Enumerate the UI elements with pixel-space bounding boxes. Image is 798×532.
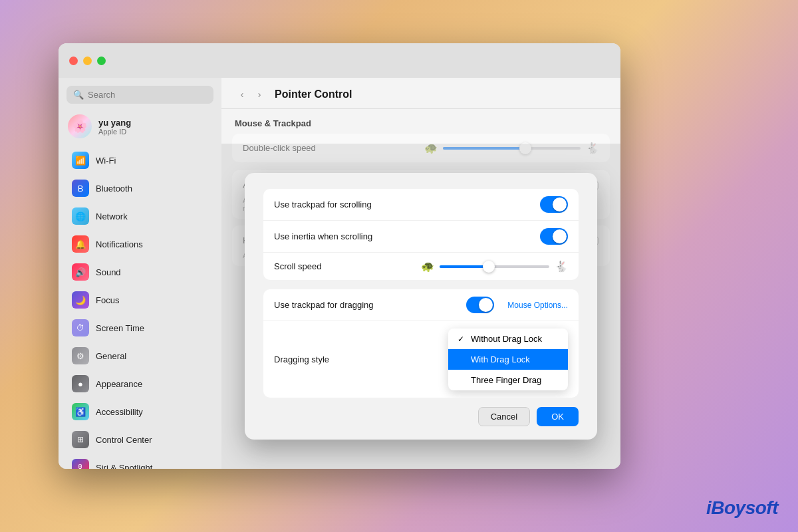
sidebar-item-accessibility[interactable]: ♿ Accessibility <box>63 398 217 425</box>
user-info: yu yang Apple ID <box>98 118 131 136</box>
appearance-icon: ● <box>72 375 89 392</box>
bluetooth-icon: B <box>72 180 89 197</box>
general-icon: ⚙ <box>72 347 89 364</box>
trackpad-dialog: Use trackpad for scrolling Use inertia w… <box>245 173 597 440</box>
controlcenter-icon: ⊞ <box>72 431 89 448</box>
accessibility-icon: ♿ <box>72 403 89 420</box>
sound-icon: 🔊 <box>72 263 89 281</box>
dragging-style-label: Dragging style <box>274 354 448 364</box>
dialog-overlay: Use trackpad for scrolling Use inertia w… <box>221 144 620 469</box>
dropdown-item-without-drag-lock[interactable]: ✓ Without Drag Lock <box>448 329 568 349</box>
close-button[interactable] <box>69 57 78 65</box>
user-name: yu yang <box>98 118 131 128</box>
dragging-style-dropdown[interactable]: ✓ Without Drag Lock With Drag Lock <box>448 329 568 390</box>
sidebar-label-appearance: Appearance <box>96 379 142 389</box>
sidebar-item-notifications[interactable]: 🔔 Notifications <box>63 231 217 257</box>
sidebar-label-general: General <box>96 351 126 361</box>
sidebar-item-appearance[interactable]: ● Appearance <box>63 370 217 397</box>
scroll-slider-thumb[interactable] <box>483 261 495 273</box>
search-icon: 🔍 <box>73 90 84 100</box>
scroll-speed-row: Scroll speed 🐢 🐇 <box>263 253 579 280</box>
ok-button[interactable]: OK <box>537 407 579 426</box>
sidebar-label-sound: Sound <box>96 267 121 277</box>
title-bar <box>59 43 620 78</box>
sidebar-item-siri[interactable]: 🎙 Siri & Spotlight <box>63 454 217 469</box>
mouse-options-button[interactable]: Mouse Options... <box>507 301 568 310</box>
system-preferences-window: 🔍 🌸 yu yang Apple ID 📶 Wi-Fi B Bluetooth… <box>59 43 620 469</box>
watermark-brand: Boysoft <box>711 497 778 518</box>
checkmark-without: ✓ <box>458 334 467 344</box>
dropdown-item-with-drag-lock[interactable]: With Drag Lock <box>448 349 568 370</box>
use-inertia-toggle[interactable] <box>540 228 568 245</box>
use-trackpad-dragging-toggle[interactable] <box>466 297 494 313</box>
notifications-icon: 🔔 <box>72 235 89 253</box>
use-trackpad-dragging-row: Use trackpad for dragging Mouse Options.… <box>263 289 579 321</box>
dropdown-item-three-finger-drag[interactable]: Three Finger Drag <box>448 370 568 390</box>
use-trackpad-dragging-label: Use trackpad for dragging <box>274 300 466 310</box>
dialog-buttons: Cancel OK <box>263 407 579 426</box>
search-input[interactable] <box>88 90 207 100</box>
scroll-section: Use trackpad for scrolling Use inertia w… <box>263 189 579 280</box>
scroll-slider-track[interactable] <box>440 265 549 268</box>
screentime-icon: ⏱ <box>72 319 89 336</box>
sidebar-label-controlcenter: Control Center <box>96 435 152 445</box>
traffic-lights <box>69 57 106 65</box>
maximize-button[interactable] <box>97 57 106 65</box>
drag-section: Use trackpad for dragging Mouse Options.… <box>263 289 579 398</box>
network-icon: 🌐 <box>72 207 89 225</box>
use-trackpad-scrolling-row: Use trackpad for scrolling <box>263 189 579 221</box>
sidebar-label-screentime: Screen Time <box>96 323 144 333</box>
focus-icon: 🌙 <box>72 291 89 309</box>
main-content: ‹ › Pointer Control Mouse & Trackpad Dou… <box>221 78 620 469</box>
window-body: 🔍 🌸 yu yang Apple ID 📶 Wi-Fi B Bluetooth… <box>59 78 620 469</box>
content-body: Mouse & Trackpad Double-click speed 🐢 🐇 <box>221 109 620 469</box>
forward-button[interactable]: › <box>252 87 267 102</box>
dragging-style-row: Dragging style ✓ Without Drag Lock <box>263 321 579 398</box>
sidebar-item-network[interactable]: 🌐 Network <box>63 203 217 229</box>
scroll-slider-fill <box>440 265 489 268</box>
sidebar-item-screentime[interactable]: ⏱ Screen Time <box>63 315 217 341</box>
dropdown-label-without: Without Drag Lock <box>471 334 542 344</box>
scroll-fast-icon: 🐇 <box>555 260 568 273</box>
section-header-mouse-trackpad: Mouse & Trackpad <box>221 109 620 134</box>
scroll-slow-icon: 🐢 <box>421 260 434 273</box>
use-trackpad-scrolling-toggle[interactable] <box>540 196 568 213</box>
sidebar-item-controlcenter[interactable]: ⊞ Control Center <box>63 426 217 453</box>
sidebar-label-siri: Siri & Spotlight <box>96 463 152 469</box>
watermark: iBoysoft <box>706 497 778 519</box>
wifi-icon: 📶 <box>72 152 89 169</box>
cancel-button[interactable]: Cancel <box>478 407 530 426</box>
user-account-item[interactable]: 🌸 yu yang Apple ID <box>59 109 221 144</box>
dropdown-menu: ✓ Without Drag Lock With Drag Lock <box>448 329 568 390</box>
sidebar-label-wifi: Wi-Fi <box>96 156 116 166</box>
scroll-speed-label: Scroll speed <box>274 261 421 271</box>
use-inertia-label: Use inertia when scrolling <box>274 231 540 241</box>
sidebar-label-bluetooth: Bluetooth <box>96 184 132 194</box>
nav-arrows: ‹ › <box>235 87 267 102</box>
sidebar: 🔍 🌸 yu yang Apple ID 📶 Wi-Fi B Bluetooth… <box>59 78 221 469</box>
minimize-button[interactable] <box>83 57 92 65</box>
siri-icon: 🎙 <box>72 459 89 469</box>
sidebar-label-notifications: Notifications <box>96 239 143 249</box>
use-inertia-row: Use inertia when scrolling <box>263 221 579 253</box>
content-header: ‹ › Pointer Control <box>221 78 620 109</box>
scroll-speed-slider: 🐢 🐇 <box>421 260 568 273</box>
sidebar-label-accessibility: Accessibility <box>96 407 143 417</box>
use-trackpad-scrolling-label: Use trackpad for scrolling <box>274 200 540 209</box>
page-title: Pointer Control <box>275 88 352 100</box>
avatar: 🌸 <box>68 114 92 138</box>
sidebar-item-wifi[interactable]: 📶 Wi-Fi <box>63 147 217 174</box>
sidebar-item-bluetooth[interactable]: B Bluetooth <box>63 175 217 201</box>
dropdown-label-three: Three Finger Drag <box>471 375 541 385</box>
user-sub: Apple ID <box>98 128 131 136</box>
sidebar-label-network: Network <box>96 211 128 221</box>
sidebar-label-focus: Focus <box>96 295 119 305</box>
sidebar-item-focus[interactable]: 🌙 Focus <box>63 287 217 313</box>
search-bar[interactable]: 🔍 <box>66 86 213 104</box>
sidebar-item-sound[interactable]: 🔊 Sound <box>63 259 217 285</box>
back-button[interactable]: ‹ <box>235 87 249 102</box>
sidebar-item-general[interactable]: ⚙ General <box>63 342 217 369</box>
dropdown-label-with: With Drag Lock <box>471 354 530 364</box>
